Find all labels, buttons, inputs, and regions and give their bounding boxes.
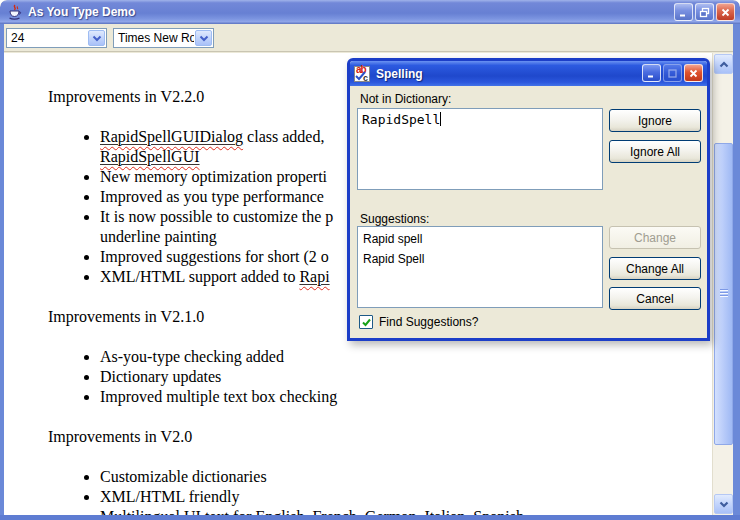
close-button[interactable] xyxy=(716,3,735,21)
suggestion-item[interactable]: Rapid spell xyxy=(358,229,602,249)
chevron-down-icon xyxy=(199,35,209,42)
toolbar: 24 Times New Ro... xyxy=(4,24,736,52)
doc-text: XML/HTML friendly xyxy=(100,488,239,505)
dialog-title-bar: abc Spelling xyxy=(350,61,707,86)
doc-list-item: Customizable dictionaries xyxy=(100,467,702,487)
title-bar: As You Type Demo xyxy=(0,0,740,24)
window-border-left xyxy=(0,24,4,520)
misspelled-word-value: RapidSpell xyxy=(362,112,440,127)
find-suggestions-checkbox[interactable] xyxy=(359,315,373,329)
vertical-scrollbar[interactable] xyxy=(712,53,733,515)
doc-text: Improved as you type performance xyxy=(100,188,324,205)
cancel-button[interactable]: Cancel xyxy=(609,287,701,310)
doc-text: It is now possible to customize the p xyxy=(100,208,333,225)
window-border-right xyxy=(733,24,740,520)
font-size-combo[interactable]: 24 xyxy=(6,28,107,48)
change-all-button[interactable]: Change All xyxy=(609,257,701,280)
spellcheck-abc-icon: abc xyxy=(354,66,370,82)
dialog-maximize-button xyxy=(663,64,682,82)
doc-heading: Improvements in V2.0 xyxy=(48,427,702,447)
font-family-combo[interactable]: Times New Ro... xyxy=(113,28,214,48)
scroll-up-button[interactable] xyxy=(714,54,733,74)
doc-text: As-you-type checking added xyxy=(100,348,284,365)
doc-list: As-you-type checking addedDictionary upd… xyxy=(48,347,702,407)
chevron-down-icon xyxy=(92,35,102,42)
suggestions-list[interactable]: Rapid spellRapid Spell xyxy=(357,226,603,308)
change-button: Change xyxy=(609,226,701,249)
doc-text: New memory optimization properti xyxy=(100,168,327,185)
doc-list: Customizable dictionariesXML/HTML friend… xyxy=(48,467,702,515)
ignore-button[interactable]: Ignore xyxy=(609,109,701,132)
doc-text: class added, xyxy=(243,128,324,145)
doc-text: Improved multiple text box checking xyxy=(100,388,337,405)
not-in-dictionary-label: Not in Dictionary: xyxy=(360,92,451,106)
font-family-dropdown-button[interactable] xyxy=(195,30,212,46)
restore-button[interactable] xyxy=(695,3,714,21)
ignore-all-button[interactable]: Ignore All xyxy=(609,140,701,163)
window-border-bottom xyxy=(0,515,740,520)
minimize-button[interactable] xyxy=(674,3,693,21)
app-window: As You Type Demo 24 Times New xyxy=(0,0,740,520)
doc-list-item: XML/HTML friendly xyxy=(100,487,702,507)
font-size-value: 24 xyxy=(7,29,87,47)
text-caret xyxy=(440,112,441,126)
suggestions-label: Suggestions: xyxy=(360,212,429,226)
checkmark-icon xyxy=(361,317,372,328)
scroll-thumb[interactable] xyxy=(714,143,733,445)
doc-text: Multilingual UI text for English, French… xyxy=(100,508,524,515)
misspelled-word: Rapi xyxy=(299,268,329,285)
scroll-down-button[interactable] xyxy=(714,494,733,514)
window-title: As You Type Demo xyxy=(28,5,135,19)
dialog-close-button[interactable] xyxy=(684,64,703,82)
dialog-minimize-button[interactable] xyxy=(642,64,661,82)
find-suggestions-label: Find Suggestions? xyxy=(379,315,478,329)
java-cup-icon xyxy=(6,4,23,21)
doc-list-item: As-you-type checking added xyxy=(100,347,702,367)
chevron-up-icon xyxy=(719,61,729,68)
doc-text: Improved suggestions for short (2 o xyxy=(100,248,329,265)
misspelled-word: RapidSpellGUI xyxy=(100,148,200,165)
doc-text: Dictionary updates xyxy=(100,368,221,385)
not-in-dictionary-textarea[interactable]: RapidSpell xyxy=(357,108,603,190)
chevron-down-icon xyxy=(719,501,729,508)
misspelled-word: RapidSpellGUIDialog xyxy=(100,128,243,145)
doc-list-item: Dictionary updates xyxy=(100,367,702,387)
doc-text: Customizable dictionaries xyxy=(100,468,267,485)
doc-text: underline painting xyxy=(100,228,217,245)
dialog-title: Spelling xyxy=(376,67,423,81)
suggestion-item[interactable]: Rapid Spell xyxy=(358,249,602,269)
spelling-dialog: abc Spelling Not in Dictionary: RapidSpe… xyxy=(347,58,710,341)
font-family-value: Times New Ro... xyxy=(114,29,194,47)
doc-list-item: Improved multiple text box checking xyxy=(100,387,702,407)
font-size-dropdown-button[interactable] xyxy=(88,30,105,46)
dialog-body: Not in Dictionary: RapidSpell Ignore Ign… xyxy=(350,86,707,338)
doc-list-item: Multilingual UI text for English, French… xyxy=(100,507,702,515)
doc-text: XML/HTML support added to xyxy=(100,268,299,285)
